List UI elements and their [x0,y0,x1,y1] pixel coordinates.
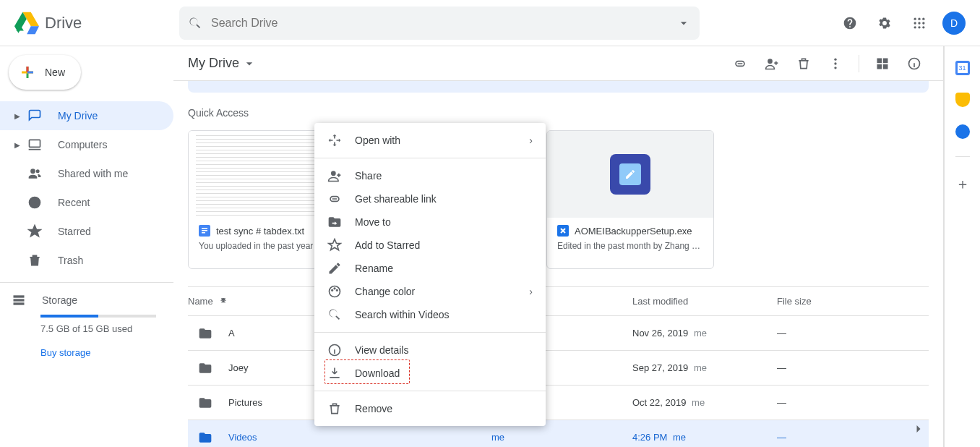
separator [859,55,859,72]
nav-computers[interactable]: ▶ Computers [0,130,173,159]
sort-asc-icon[interactable] [218,296,229,307]
main-area: My Drive Quick Access test sync # [173,46,944,447]
grid-view-button[interactable] [868,49,897,78]
logo-wrap[interactable]: Drive [6,11,179,35]
file-owner: me [491,432,632,443]
person-add-icon [327,169,342,183]
keep-icon[interactable] [955,93,970,107]
palette-icon [327,284,342,299]
add-icon[interactable]: ＋ [955,174,970,194]
nav-recent[interactable]: Recent [0,188,173,217]
apps-icon[interactable] [905,9,934,38]
ctx-share[interactable]: Share [314,164,546,187]
storage-label: Storage [42,294,77,306]
storage-icon [12,293,26,307]
more-button[interactable] [821,49,850,78]
sidebar: New ▶ My Drive ▶ Computers Shared with m… [0,46,173,447]
search-bar[interactable] [179,7,700,40]
quick-access-card[interactable]: AOMEIBackupperSetup.exe Edited in the pa… [546,130,714,269]
quick-access-title: Quick Access [188,107,929,119]
folder-icon [198,396,212,410]
star-icon [27,224,42,239]
file-list: Name Owner Last modified File size AmeNo… [188,286,929,447]
table-row[interactable]: JoeymeSep 27, 2019 me— [188,351,929,386]
tasks-icon[interactable] [955,124,970,139]
svg-point-11 [36,169,40,173]
svg-point-34 [334,288,335,289]
svg-rect-14 [14,299,25,301]
dropdown-icon[interactable] [676,16,691,30]
svg-rect-27 [202,230,207,231]
link-icon [327,192,342,206]
ctx-view-details[interactable]: View details [314,339,546,362]
folder-icon [198,430,212,445]
avatar[interactable]: D [942,12,966,35]
context-menu: Open with› Share Get shareable link Move… [314,123,546,426]
trash-icon [327,401,342,416]
toolbar: My Drive [173,46,943,81]
separator [314,332,546,333]
info-icon [327,343,342,357]
get-link-button[interactable] [726,49,755,78]
svg-point-17 [834,58,836,60]
app-thumbnail [547,131,713,218]
ctx-open-with[interactable]: Open with› [314,129,546,152]
ctx-move[interactable]: Move to [314,210,546,234]
info-button[interactable] [900,49,929,78]
ctx-remove[interactable]: Remove [314,397,546,420]
new-button-label: New [45,67,65,78]
col-modified[interactable]: Last modified [632,296,777,307]
plus-icon [19,64,36,81]
file-modified: Oct 22, 2019 me [632,397,777,408]
share-button[interactable] [757,49,786,78]
drive-icon [27,108,42,123]
table-row[interactable]: AmeNov 26, 2019 me— [188,316,929,351]
pencil-icon [327,261,342,276]
separator [955,156,970,157]
col-name[interactable]: Name [188,296,213,307]
computer-icon [27,137,42,152]
col-size[interactable]: File size [777,296,929,307]
expand-icon[interactable]: ▶ [14,141,23,149]
ctx-search-within[interactable]: Search within Videos [314,303,546,326]
svg-point-33 [332,290,333,291]
svg-point-7 [918,26,920,28]
file-size: — [777,362,929,373]
settings-icon[interactable] [870,9,899,38]
svg-point-10 [30,169,35,174]
expand-icon[interactable]: ▶ [14,112,23,120]
file-modified: Nov 26, 2019 me [632,328,777,339]
new-button[interactable]: New [9,55,81,90]
search-icon [327,307,342,322]
search-input[interactable] [211,17,676,30]
nav-trash[interactable]: Trash [0,246,173,275]
app-name: Drive [45,14,82,33]
chevron-right-icon[interactable] [911,422,926,438]
separator [314,391,546,391]
breadcrumb[interactable]: My Drive [188,56,257,71]
chevron-right-icon: › [529,286,533,297]
nav-my-drive[interactable]: ▶ My Drive [0,101,173,130]
ctx-star[interactable]: Add to Starred [314,234,546,257]
list-header: Name Owner Last modified File size [188,287,929,316]
calendar-icon[interactable]: 31 [955,61,970,75]
buy-storage-link[interactable]: Buy storage [40,347,173,358]
move-icon [327,215,342,229]
svg-point-19 [834,67,836,69]
help-icon[interactable] [835,9,864,38]
nav-shared[interactable]: Shared with me [0,159,173,188]
delete-button[interactable] [789,49,818,78]
svg-point-5 [922,22,924,24]
file-size: — [777,328,929,339]
nav-starred[interactable]: Starred [0,217,173,246]
svg-rect-13 [14,295,25,297]
ctx-color[interactable]: Change color› [314,280,546,303]
table-row[interactable]: PicturesmeOct 22, 2019 me— [188,386,929,420]
svg-rect-20 [877,58,882,63]
svg-point-8 [922,26,924,28]
table-row[interactable]: Videosme4:26 PM me— [188,420,929,447]
trash-icon [27,253,42,268]
ctx-get-link[interactable]: Get shareable link [314,187,546,210]
ctx-rename[interactable]: Rename [314,257,546,280]
ctx-download[interactable]: Download [314,362,546,385]
